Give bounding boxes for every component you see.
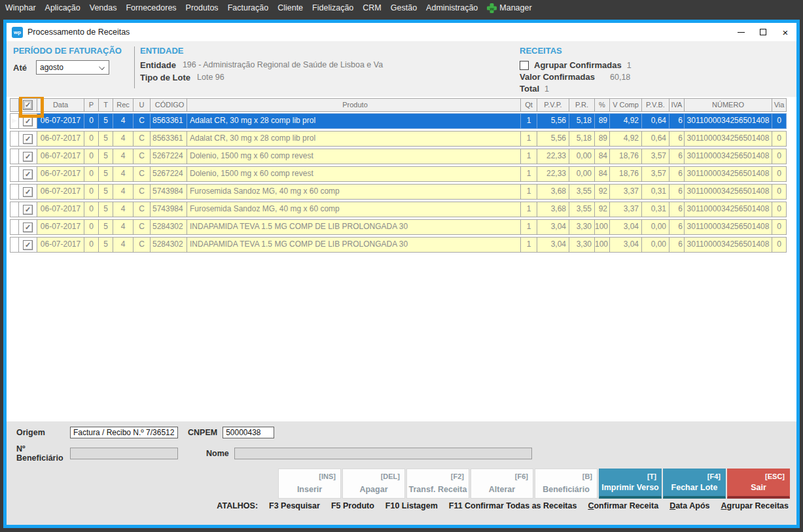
- col-t[interactable]: T: [99, 98, 113, 112]
- menu-item[interactable]: Gestão: [391, 3, 417, 12]
- close-button[interactable]: ×: [774, 23, 796, 41]
- cell-p: 0: [84, 237, 99, 253]
- menu-item[interactable]: Facturação: [228, 3, 269, 12]
- action-button-label: Alterar: [471, 485, 533, 494]
- col-qt[interactable]: Qt: [521, 98, 537, 112]
- cnpem-input[interactable]: [223, 427, 274, 438]
- action-button-label: Imprimir Verso: [599, 483, 661, 492]
- maximize-button[interactable]: [752, 23, 774, 41]
- cell-pr: 0,00: [569, 149, 595, 164]
- menu-item[interactable]: CRM: [363, 3, 381, 12]
- row-checkbox[interactable]: ✓: [23, 240, 33, 250]
- col-pvb[interactable]: P.V.B.: [642, 98, 669, 112]
- col-iva[interactable]: IVA: [669, 98, 685, 112]
- row-checkbox[interactable]: ✓: [23, 116, 33, 126]
- row-checkbox[interactable]: ✓: [23, 152, 33, 162]
- col-pvp[interactable]: P.V.P.: [537, 98, 569, 112]
- menu-item[interactable]: Winphar: [5, 3, 36, 12]
- menu-item[interactable]: Cliente: [277, 3, 303, 12]
- processamento-receitas-window: wp Processamento de Receitas × PERÍODO D…: [3, 20, 800, 528]
- cell-via: 0: [772, 131, 787, 147]
- row-checkbox-cell[interactable]: ✓: [19, 131, 37, 147]
- action-button[interactable]: [F2] Transf. Receita: [406, 469, 469, 499]
- col-pr[interactable]: P.R.: [569, 98, 595, 112]
- row-checkbox-cell[interactable]: ✓: [19, 237, 37, 253]
- shortcut-item[interactable]: F11 Confirmar Todas as Receitas: [449, 501, 577, 510]
- col-rec[interactable]: Rec: [113, 98, 134, 112]
- row-checkbox-cell[interactable]: ✓: [19, 113, 37, 129]
- row-checkbox[interactable]: ✓: [23, 134, 33, 144]
- table-row[interactable]: ► ✓ 06-07-2017 0 5 4 C 5267224 Dolenio, …: [10, 149, 787, 164]
- table-row[interactable]: ► ✓ 06-07-2017 0 5 4 C 8563361 Adalat CR…: [10, 131, 787, 147]
- tipo-lote-value: Lote 96: [197, 73, 224, 82]
- minimize-button[interactable]: [730, 23, 752, 41]
- menu-item[interactable]: Fornecedores: [126, 3, 176, 12]
- mes-select[interactable]: agosto: [36, 60, 109, 75]
- row-checkbox[interactable]: ✓: [23, 205, 33, 215]
- row-checkbox-cell[interactable]: ✓: [19, 184, 37, 200]
- shortcut-item[interactable]: Confirmar Receita: [588, 501, 658, 510]
- entidade-value: 196 - Administração Regional de Saúde de…: [183, 60, 383, 70]
- menu-item[interactable]: Administração: [426, 3, 478, 12]
- action-button[interactable]: [F4] Fechar Lote: [663, 469, 726, 499]
- table-row[interactable]: ► ✓ 06-07-2017 0 5 4 C 8563361 Adalat CR…: [10, 113, 787, 129]
- col-numero[interactable]: NÚMERO: [685, 98, 772, 112]
- row-checkbox-cell[interactable]: ✓: [19, 219, 37, 235]
- shortcut-item[interactable]: Data Após: [669, 501, 709, 510]
- row-checkbox-cell[interactable]: ✓: [19, 166, 37, 182]
- shortcut-item[interactable]: F3 Pesquisar: [269, 501, 320, 510]
- col-pct[interactable]: %: [595, 98, 610, 112]
- table-row[interactable]: ► ✓ 06-07-2017 0 5 4 C 5267224 Dolenio, …: [10, 166, 787, 182]
- origem-input[interactable]: [70, 427, 178, 438]
- cell-u: C: [134, 113, 151, 129]
- action-buttons: [INS] Inserir [DEL] Apagar [F2] Transf. …: [7, 469, 790, 499]
- shortcut-item[interactable]: Agrupar Receitas: [721, 501, 789, 510]
- cell-codigo: 5267224: [151, 149, 187, 164]
- ate-label: Até: [13, 63, 27, 73]
- shortcut-item[interactable]: F5 Produto: [331, 501, 374, 510]
- action-button[interactable]: [ESC] Sair: [727, 469, 790, 499]
- col-codigo[interactable]: CÓDIGO: [151, 98, 187, 112]
- menu-item[interactable]: Vendas: [90, 3, 117, 12]
- action-button[interactable]: [DEL] Apagar: [342, 469, 405, 499]
- col-data[interactable]: Data: [37, 98, 84, 112]
- table-row[interactable]: ► ✓ 06-07-2017 0 5 4 C 5284302 INDAPAMID…: [10, 219, 787, 235]
- agrupar-confirmadas-checkbox[interactable]: [520, 61, 529, 70]
- action-button[interactable]: [F6] Alterar: [471, 469, 533, 499]
- valor-confirmadas-label: Valor Confirmadas: [520, 72, 605, 82]
- action-button[interactable]: [T] Imprimir Verso: [599, 469, 662, 499]
- table-row[interactable]: ► ✓ 06-07-2017 0 5 4 C 5743984 Furosemid…: [10, 184, 787, 200]
- menu-item[interactable]: Fidelização: [312, 3, 353, 12]
- select-all-checkbox[interactable]: ✓: [23, 100, 33, 110]
- entidade-label: Entidade: [140, 60, 176, 70]
- col-u[interactable]: U: [134, 98, 151, 112]
- row-checkbox[interactable]: ✓: [23, 222, 33, 232]
- row-checkbox-cell[interactable]: ✓: [19, 149, 37, 164]
- col-via[interactable]: Via: [772, 98, 787, 112]
- row-checkbox[interactable]: ✓: [23, 187, 33, 197]
- cell-numero: 3011000034256501408: [685, 202, 772, 217]
- row-checkbox-cell[interactable]: ✓: [19, 202, 37, 217]
- table-row[interactable]: ► ✓ 06-07-2017 0 5 4 C 5743984 Furosemid…: [10, 202, 787, 217]
- action-button[interactable]: [B] Beneficiário: [535, 469, 598, 499]
- cell-codigo: 5743984: [151, 184, 187, 200]
- col-produto[interactable]: Produto: [187, 98, 521, 112]
- select-all-checkbox-cell[interactable]: ✓: [19, 98, 37, 112]
- shortcut-item[interactable]: F10 Listagem: [385, 501, 438, 510]
- cell-rec: 4: [113, 237, 134, 253]
- action-button[interactable]: [INS] Inserir: [278, 469, 341, 499]
- col-vcomp[interactable]: V Comp: [610, 98, 642, 112]
- cell-pr: 3,30: [569, 219, 595, 235]
- cell-pct: 89: [595, 113, 610, 129]
- row-checkbox[interactable]: ✓: [23, 169, 33, 179]
- menu-item-manager[interactable]: w Manager: [487, 3, 531, 13]
- menu-item[interactable]: Produtos: [186, 3, 219, 12]
- cell-pvp: 5,56: [537, 131, 569, 147]
- menu-item[interactable]: Aplicação: [45, 3, 80, 12]
- action-button-key: [DEL]: [381, 472, 400, 480]
- col-p[interactable]: P: [84, 98, 99, 112]
- table-row[interactable]: ► ✓ 06-07-2017 0 5 4 C 5284302 INDAPAMID…: [10, 237, 787, 253]
- window-controls: ×: [730, 23, 796, 41]
- cell-pvb: 0,31: [642, 202, 669, 217]
- cell-u: C: [134, 149, 151, 164]
